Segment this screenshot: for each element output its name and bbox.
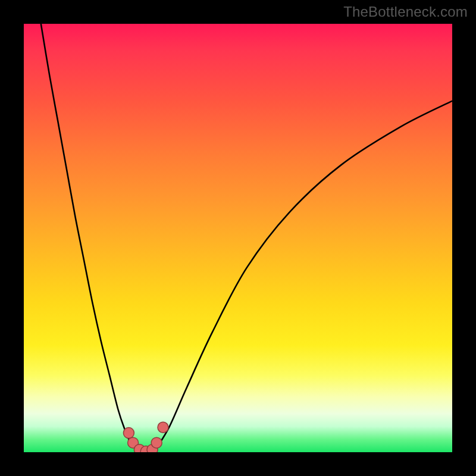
chart-frame: TheBottleneck.com xyxy=(0,0,476,476)
valley-marker xyxy=(123,428,134,439)
bottleneck-curve xyxy=(24,24,452,452)
valley-marker xyxy=(158,422,168,433)
valley-markers xyxy=(123,422,168,452)
valley-marker xyxy=(151,437,162,448)
curve-right-branch xyxy=(156,101,452,448)
watermark-text: TheBottleneck.com xyxy=(343,4,468,20)
plot-area xyxy=(24,24,452,452)
curve-left-branch xyxy=(41,24,135,448)
